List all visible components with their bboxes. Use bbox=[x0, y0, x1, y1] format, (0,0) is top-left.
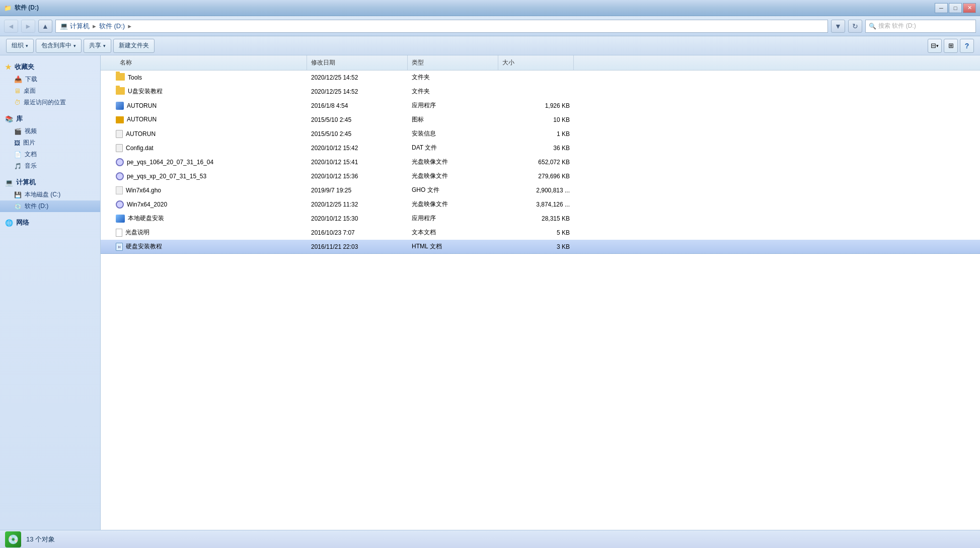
file-list: Tools 2020/12/25 14:52 文件夹 U盘安装教程 2020/1… bbox=[101, 71, 980, 530]
col-header-name[interactable]: 名称 bbox=[116, 55, 307, 70]
file-type: 图标 bbox=[408, 115, 498, 124]
sidebar-item-music[interactable]: 🎵 音乐 bbox=[0, 160, 100, 172]
file-icon bbox=[116, 87, 125, 96]
path-computer[interactable]: 计算机 bbox=[70, 22, 90, 31]
table-row[interactable]: 光盘说明 2016/10/23 7:07 文本文档 5 KB bbox=[101, 226, 980, 240]
file-size: 5 KB bbox=[498, 229, 574, 236]
file-icon bbox=[116, 116, 124, 123]
drive-c-label: 本地磁盘 (C:) bbox=[25, 190, 60, 199]
sidebar-header-network[interactable]: 🌐 网络 bbox=[0, 216, 100, 229]
col-header-size[interactable]: 大小 bbox=[498, 55, 574, 70]
file-name: Win7x64_2020 bbox=[127, 201, 167, 208]
new-folder-label: 新建文件夹 bbox=[119, 41, 149, 50]
table-row[interactable]: AUTORUN 2016/1/8 4:54 应用程序 1,926 KB bbox=[101, 99, 980, 113]
table-row[interactable]: AUTORUN 2015/5/10 2:45 安装信息 1 KB bbox=[101, 127, 980, 141]
sidebar-item-video[interactable]: 🎬 视频 bbox=[0, 125, 100, 137]
sidebar-item-documents[interactable]: 📄 文档 bbox=[0, 149, 100, 160]
file-icon bbox=[116, 158, 124, 166]
sidebar-header-library[interactable]: 📚 库 bbox=[0, 112, 100, 125]
minimize-button[interactable]: ─ bbox=[935, 3, 948, 13]
path-drive[interactable]: 软件 (D:) bbox=[99, 22, 125, 31]
file-modified: 2016/11/21 22:03 bbox=[307, 243, 408, 250]
include-library-button[interactable]: 包含到库中 ▾ bbox=[36, 39, 82, 53]
maximize-button[interactable]: □ bbox=[949, 3, 962, 13]
file-type: 光盘映像文件 bbox=[408, 172, 498, 180]
history-button[interactable]: ▼ bbox=[831, 20, 845, 33]
share-button[interactable]: 共享 ▾ bbox=[84, 39, 111, 53]
file-modified: 2020/10/12 15:36 bbox=[307, 173, 408, 180]
organize-button[interactable]: 组织 ▾ bbox=[6, 39, 34, 53]
file-name-cell: AUTORUN bbox=[116, 116, 307, 123]
table-row[interactable]: Win7x64.gho 2019/9/7 19:25 GHO 文件 2,900,… bbox=[101, 183, 980, 197]
file-name: U盘安装教程 bbox=[128, 87, 163, 96]
file-type: 文件夹 bbox=[408, 73, 498, 82]
forward-button[interactable]: ► bbox=[21, 20, 35, 33]
col-modified-label: 修改日期 bbox=[311, 58, 335, 67]
drive-d-label: 软件 (D:) bbox=[25, 202, 48, 211]
address-path[interactable]: 💻 计算机 ► 软件 (D:) ► bbox=[55, 20, 828, 33]
download-label: 下载 bbox=[25, 75, 37, 84]
network-icon: 🌐 bbox=[5, 219, 13, 227]
file-name-cell: 本地硬盘安装 bbox=[116, 214, 307, 223]
sidebar-item-pictures[interactable]: 🖼 图片 bbox=[0, 137, 100, 149]
table-row[interactable]: pe_yqs_xp_20_07_31_15_53 2020/10/12 15:3… bbox=[101, 169, 980, 183]
table-row[interactable]: U盘安装教程 2020/12/25 14:52 文件夹 bbox=[101, 85, 980, 99]
preview-pane-button[interactable]: ⊞ bbox=[944, 39, 958, 53]
file-size: 3,874,126 ... bbox=[498, 201, 574, 208]
table-row[interactable]: 本地硬盘安装 2020/10/12 15:30 应用程序 28,315 KB bbox=[101, 212, 980, 226]
sidebar-item-drive-c[interactable]: 💾 本地磁盘 (C:) bbox=[0, 189, 100, 200]
status-icon: 💿 bbox=[8, 534, 19, 545]
file-icon: H bbox=[116, 243, 123, 251]
table-row[interactable]: Tools 2020/12/25 14:52 文件夹 bbox=[101, 71, 980, 85]
file-name-cell: H 硬盘安装教程 bbox=[116, 242, 307, 251]
sidebar-header-computer[interactable]: 💻 计算机 bbox=[0, 176, 100, 189]
col-type-label: 类型 bbox=[412, 58, 424, 67]
sidebar-item-drive-d[interactable]: 💿 软件 (D:) bbox=[0, 200, 100, 212]
up-button[interactable]: ▲ bbox=[38, 20, 52, 33]
file-size: 10 KB bbox=[498, 116, 574, 123]
music-label: 音乐 bbox=[25, 162, 37, 170]
file-modified: 2020/10/12 15:41 bbox=[307, 159, 408, 166]
computer-icon: 💻 bbox=[5, 179, 13, 186]
recent-icon: ⏱ bbox=[14, 99, 21, 106]
file-icon bbox=[116, 172, 124, 180]
back-button[interactable]: ◄ bbox=[4, 20, 18, 33]
table-row[interactable]: H 硬盘安装教程 2016/11/21 22:03 HTML 文档 3 KB bbox=[101, 240, 980, 254]
path-sep-2: ► bbox=[127, 23, 132, 29]
file-modified: 2020/12/25 14:52 bbox=[307, 74, 408, 81]
sidebar-header-favorites[interactable]: ★ 收藏夹 bbox=[0, 60, 100, 74]
organize-chevron: ▾ bbox=[26, 43, 28, 48]
sidebar-item-recent[interactable]: ⏱ 最近访问的位置 bbox=[0, 97, 100, 108]
address-bar: ◄ ► ▲ 💻 计算机 ► 软件 (D:) ► ▼ ↻ 🔍 搜索 软件 (D:) bbox=[0, 16, 980, 36]
table-row[interactable]: pe_yqs_1064_20_07_31_16_04 2020/10/12 15… bbox=[101, 155, 980, 169]
path-sep-1: ► bbox=[92, 23, 97, 29]
file-icon bbox=[116, 229, 122, 237]
table-row[interactable]: Win7x64_2020 2020/12/25 11:32 光盘映像文件 3,8… bbox=[101, 197, 980, 212]
view-toggle-button[interactable]: ⊟ ▾ bbox=[928, 39, 942, 53]
file-icon bbox=[116, 215, 125, 223]
file-modified: 2020/12/25 14:52 bbox=[307, 88, 408, 95]
file-name: pe_yqs_1064_20_07_31_16_04 bbox=[127, 159, 213, 166]
pictures-icon: 🖼 bbox=[14, 140, 20, 147]
table-row[interactable]: Config.dat 2020/10/12 15:42 DAT 文件 36 KB bbox=[101, 141, 980, 155]
col-header-modified[interactable]: 修改日期 bbox=[307, 55, 408, 70]
library-icon: 📚 bbox=[5, 115, 13, 123]
table-row[interactable]: AUTORUN 2015/5/10 2:45 图标 10 KB bbox=[101, 113, 980, 127]
search-box[interactable]: 🔍 搜索 软件 (D:) bbox=[865, 20, 976, 33]
help-button[interactable]: ? bbox=[960, 39, 974, 53]
new-folder-button[interactable]: 新建文件夹 bbox=[113, 39, 155, 53]
sidebar-item-desktop[interactable]: 🖥 桌面 bbox=[0, 85, 100, 97]
col-header-type[interactable]: 类型 bbox=[408, 55, 498, 70]
close-button[interactable]: ✕ bbox=[963, 3, 976, 13]
refresh-button[interactable]: ↻ bbox=[848, 20, 862, 33]
file-size: 2,900,813 ... bbox=[498, 187, 574, 194]
file-modified: 2015/5/10 2:45 bbox=[307, 116, 408, 123]
sidebar-item-download[interactable]: 📥 下载 bbox=[0, 74, 100, 85]
computer-label: 计算机 bbox=[16, 178, 36, 187]
search-placeholder: 搜索 软件 (D:) bbox=[878, 22, 916, 30]
title-bar-left: 📁 软件 (D:) bbox=[4, 4, 39, 12]
help-icon: ? bbox=[965, 42, 969, 50]
title-bar: 📁 软件 (D:) ─ □ ✕ bbox=[0, 0, 980, 16]
music-icon: 🎵 bbox=[14, 163, 22, 170]
share-label: 共享 bbox=[89, 41, 101, 50]
